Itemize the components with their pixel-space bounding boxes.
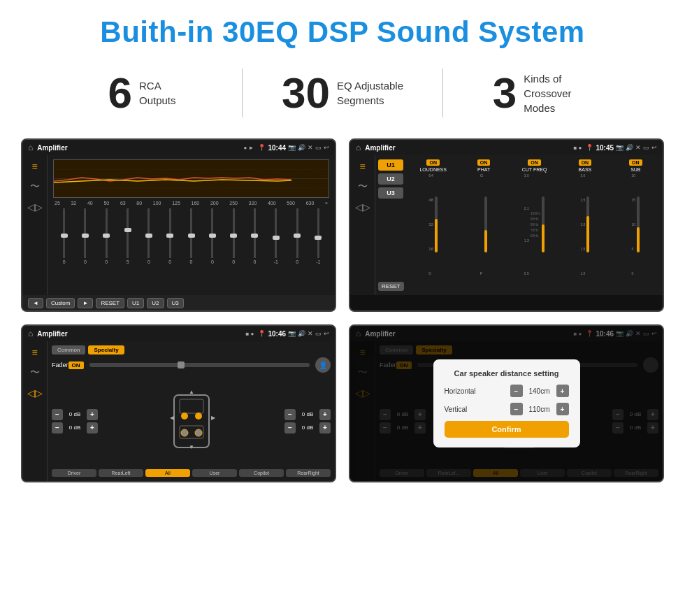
eq-slider-4[interactable]: 5 [118, 208, 137, 264]
eq-slider-2[interactable]: 0 [75, 208, 94, 264]
vol-plus-rr[interactable]: + [319, 422, 331, 434]
driver-btn[interactable]: Driver [52, 469, 96, 477]
eq-slider-11[interactable]: -1 [266, 208, 285, 264]
cutfreq-slider: 3.0 2.1 1.3 0.5 100Hz 90Hz 80Hz 70Hz [524, 173, 545, 275]
vertical-minus-btn[interactable]: − [510, 403, 523, 415]
svg-rect-4 [180, 399, 203, 413]
crossover-time: 10:45 [596, 144, 614, 152]
crossover-status-icons: 📍 10:45 📷 🔊 ✕ ▭ ↩ [586, 144, 657, 152]
phat-on-badge[interactable]: ON [477, 159, 491, 166]
vol-plus-fr[interactable]: + [319, 409, 331, 420]
vol-minus-fl[interactable]: − [52, 409, 63, 420]
stat-crossover: 3 Kinds ofCrossover Modes [443, 71, 643, 115]
horizontal-minus-btn[interactable]: − [510, 385, 523, 397]
crossover-u2-btn[interactable]: U2 [378, 173, 403, 185]
stats-row: 6 RCAOutputs 30 EQ AdjustableSegments 3 … [0, 62, 685, 131]
volume-icon: 🔊 [298, 144, 305, 151]
crossover-main: U1 U2 U3 ON LOUDNESS 64 [375, 155, 663, 295]
loudness-on-badge[interactable]: ON [426, 159, 440, 166]
eq-bottom-bar: ◄ Custom ► RESET U1 U2 U3 [22, 295, 335, 310]
screenshots-grid: ⌂ Amplifier ● ► 📍 10:44 📷 🔊 ✕ ▭ ↩ ≡ 〜 ◁▷ [0, 131, 685, 496]
eq-slider-3[interactable]: 0 [97, 208, 116, 264]
cutfreq-on-badge[interactable]: ON [528, 159, 541, 166]
crossover-battery-icon: ▭ [643, 144, 649, 151]
vol-minus-rr[interactable]: − [284, 422, 296, 434]
bass-on-badge[interactable]: ON [579, 159, 592, 166]
vol-plus-rl[interactable]: + [87, 422, 98, 434]
crossover-vol-icon[interactable]: ◁▷ [355, 201, 370, 213]
crossover-wave-icon[interactable]: 〜 [358, 180, 368, 193]
eq-screen: ⌂ Amplifier ● ► 📍 10:44 📷 🔊 ✕ ▭ ↩ ≡ 〜 ◁▷ [21, 138, 336, 312]
speaker1-tab-specialty[interactable]: Specialty [88, 345, 124, 354]
eq-dot: ● ► [243, 145, 254, 151]
eq-reset-btn[interactable]: RESET [96, 298, 124, 308]
equalizer-icon[interactable]: ≡ [31, 161, 37, 172]
channel-bass: ON BASS 3.0 2.5 2.0 1.5 1.0 [561, 159, 609, 275]
speaker1-eq-icon[interactable]: ≡ [31, 347, 37, 358]
eq-slider-6[interactable]: 0 [161, 208, 180, 264]
svg-point-9 [195, 429, 202, 436]
rearleft-btn[interactable]: RearLeft [99, 469, 143, 477]
svg-point-7 [195, 413, 202, 420]
eq-u2-btn[interactable]: U2 [147, 298, 164, 308]
vol-val-rr: 0 dB [298, 424, 317, 431]
back-icon: ↩ [324, 144, 329, 151]
horizontal-control: − 140cm + [510, 385, 569, 397]
horizontal-plus-btn[interactable]: + [556, 385, 569, 397]
all-btn[interactable]: All [145, 469, 190, 477]
speaker1-app-title: Amplifier [37, 330, 241, 338]
stat-rca-number: 6 [108, 71, 131, 115]
channel-loudness: ON LOUDNESS 64 48 32 16 0 [409, 159, 457, 275]
speaker1-tab-common[interactable]: Common [52, 345, 85, 354]
eq-slider-7[interactable]: 0 [182, 208, 201, 264]
eq-next-btn[interactable]: ► [78, 298, 93, 308]
waveform-icon[interactable]: 〜 [30, 180, 40, 193]
volume-sidebar-icon[interactable]: ◁▷ [27, 201, 43, 213]
svg-text:▶: ▶ [211, 415, 216, 421]
eq-slider-8[interactable]: 0 [203, 208, 222, 264]
crossover-u-buttons: U1 U2 U3 [378, 159, 403, 275]
speaker1-vol-icon[interactable]: ◁▷ [27, 387, 43, 399]
crossover-x-icon: ✕ [635, 144, 641, 151]
speaker1-wave-icon[interactable]: 〜 [30, 366, 40, 379]
speaker1-time: 10:46 [268, 330, 286, 338]
eq-main: 25 32 40 50 63 80 100 125 160 200 250 32… [48, 155, 335, 295]
confirm-button[interactable]: Confirm [445, 421, 569, 438]
vol-minus-rl[interactable]: − [52, 422, 63, 434]
eq-slider-9[interactable]: 0 [224, 208, 243, 264]
cutfreq-label: CUT FREQ [522, 167, 547, 172]
eq-slider-5[interactable]: 0 [139, 208, 158, 264]
home-icon: ⌂ [28, 143, 33, 152]
svg-text:▲: ▲ [189, 389, 194, 395]
vol-plus-fl[interactable]: + [87, 409, 98, 420]
sub-on-badge[interactable]: ON [629, 159, 642, 166]
eq-prev-btn[interactable]: ◄ [28, 298, 43, 308]
copilot-btn[interactable]: Copilot [239, 469, 284, 477]
fader-on-badge[interactable]: ON [68, 361, 84, 369]
crossover-eq-icon[interactable]: ≡ [359, 161, 365, 172]
eq-slider-1[interactable]: 0 [55, 208, 73, 264]
speaker-icon: 👤 [319, 361, 327, 369]
crossover-u1-btn[interactable]: U1 [378, 159, 403, 171]
eq-u3-btn[interactable]: U3 [167, 298, 184, 308]
eq-graph [53, 159, 329, 198]
speaker1-camera-icon: 📷 [288, 330, 296, 337]
vol-minus-fr[interactable]: − [284, 409, 296, 420]
eq-custom-btn[interactable]: Custom [46, 298, 75, 308]
vol-val-fr: 0 dB [298, 411, 317, 417]
crossover-reset-btn[interactable]: RESET [378, 282, 404, 291]
vertical-label: Vertical [445, 406, 468, 413]
loudness-label: LOUDNESS [419, 167, 447, 172]
crossover-u3-btn[interactable]: U3 [378, 187, 403, 199]
crossover-back-icon: ↩ [651, 144, 657, 151]
bass-slider: 3.0 2.5 2.0 1.5 1.0 [580, 173, 589, 275]
eq-slider-13[interactable]: -1 [309, 208, 328, 264]
eq-u1-btn[interactable]: U1 [127, 298, 144, 308]
eq-slider-12[interactable]: 0 [287, 208, 306, 264]
vertical-control: − 110cm + [510, 403, 569, 415]
rearright-btn[interactable]: RearRight [286, 469, 331, 477]
eq-slider-10[interactable]: 0 [245, 208, 264, 264]
distance-dialog: Car speaker distance setting Horizontal … [433, 359, 580, 447]
user-btn[interactable]: User [192, 469, 237, 477]
vertical-plus-btn[interactable]: + [556, 403, 569, 415]
